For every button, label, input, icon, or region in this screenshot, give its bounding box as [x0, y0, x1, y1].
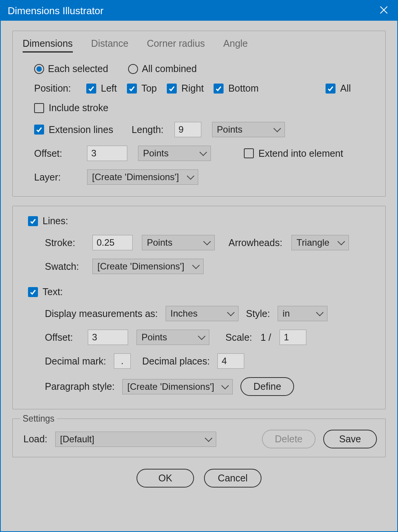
define-button[interactable]: Define — [240, 377, 294, 396]
settings-legend: Settings — [20, 414, 57, 424]
paragraph-label: Paragraph style: — [45, 381, 115, 392]
radio-each-selected[interactable]: Each selected — [34, 63, 108, 74]
layer-select[interactable]: [Create 'Dimensions'] — [87, 169, 198, 185]
swatch-select[interactable]: [Create 'Dimensions'] — [92, 259, 204, 274]
cancel-button[interactable]: Cancel — [204, 469, 261, 488]
chk-include-stroke[interactable]: Include stroke — [34, 102, 109, 113]
dialog-window: Dimensions Illustrator Dimensions Distan… — [0, 0, 398, 532]
tab-distance[interactable]: Distance — [91, 38, 128, 53]
stroke-input[interactable] — [92, 235, 133, 250]
decimal-mark-input[interactable] — [114, 353, 131, 369]
length-input[interactable] — [174, 122, 201, 137]
offset-input[interactable] — [87, 146, 127, 161]
decimal-places-label: Decimal places: — [142, 356, 210, 367]
tab-angle[interactable]: Angle — [223, 38, 248, 53]
chk-top[interactable]: Top — [127, 83, 157, 94]
length-label: Length: — [132, 124, 163, 135]
style-label: Style: — [246, 308, 270, 319]
delete-button[interactable]: Delete — [262, 430, 316, 448]
tabs: Dimensions Distance Corner radius Angle — [13, 31, 385, 53]
titlebar: Dimensions Illustrator — [1, 1, 397, 21]
tab-corner-radius[interactable]: Corner radius — [147, 38, 205, 53]
ok-button[interactable]: OK — [137, 469, 194, 488]
paragraph-select[interactable]: [Create 'Dimensions'] — [122, 379, 233, 394]
scale-input[interactable] — [280, 330, 306, 345]
offset-label: Offset: — [34, 148, 76, 159]
panel-dimensions: Dimensions Distance Corner radius Angle … — [12, 31, 386, 197]
chk-right[interactable]: Right — [167, 83, 204, 94]
footer-buttons: OK Cancel — [12, 466, 386, 488]
stroke-unit-select[interactable]: Points — [142, 235, 215, 250]
text-offset-input[interactable] — [88, 330, 128, 345]
scale-label: Scale: — [225, 332, 252, 343]
content: Dimensions Distance Corner radius Angle … — [1, 21, 397, 495]
panel-lines-text: Lines: Stroke: Points Arrowheads: Triang… — [12, 206, 386, 409]
offset-unit-select[interactable]: Points — [138, 146, 211, 161]
decimal-places-input[interactable] — [217, 353, 244, 369]
chk-all[interactable]: All — [326, 83, 351, 94]
save-button[interactable]: Save — [323, 430, 377, 448]
text-offset-label: Offset: — [45, 332, 79, 343]
display-label: Display measurements as: — [45, 308, 158, 319]
radio-all-label: All combined — [142, 63, 197, 74]
close-icon[interactable] — [377, 5, 390, 17]
style-select[interactable]: in — [278, 306, 327, 321]
chk-text[interactable]: Text: — [28, 286, 63, 297]
chk-left[interactable]: Left — [86, 83, 117, 94]
load-label: Load: — [23, 433, 48, 445]
radio-each-label: Each selected — [48, 63, 108, 74]
radio-all-combined[interactable]: All combined — [128, 63, 197, 74]
chk-bottom[interactable]: Bottom — [214, 83, 258, 94]
chk-lines[interactable]: Lines: — [28, 215, 68, 227]
scale-prefix: 1 / — [260, 332, 271, 343]
stroke-label: Stroke: — [45, 237, 83, 248]
load-select[interactable]: [Default] — [55, 432, 216, 447]
length-unit-select[interactable]: Points — [212, 122, 285, 137]
decimal-mark-label: Decimal mark: — [45, 356, 106, 367]
settings-fieldset: Settings Load: [Default] Delete Save — [12, 419, 386, 457]
display-unit-select[interactable]: Inches — [166, 306, 238, 321]
arrowheads-label: Arrowheads: — [229, 237, 282, 248]
chk-extension-lines[interactable]: Extension lines — [34, 124, 113, 135]
arrowheads-select[interactable]: Triangle — [291, 235, 349, 250]
chk-extend-into[interactable]: Extend into element — [244, 148, 343, 159]
swatch-label: Swatch: — [45, 261, 83, 272]
text-offset-unit-select[interactable]: Points — [137, 330, 209, 345]
layer-label: Layer: — [34, 172, 76, 183]
title-text: Dimensions Illustrator — [8, 5, 104, 17]
tab-dimensions[interactable]: Dimensions — [23, 38, 73, 53]
position-label: Position: — [34, 83, 76, 94]
